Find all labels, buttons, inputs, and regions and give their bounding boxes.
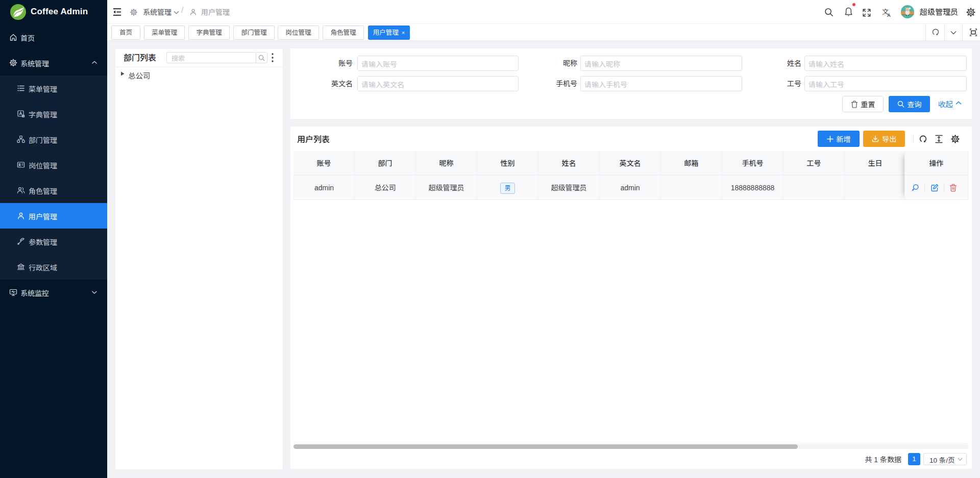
svg-text:A: A: [887, 12, 891, 17]
